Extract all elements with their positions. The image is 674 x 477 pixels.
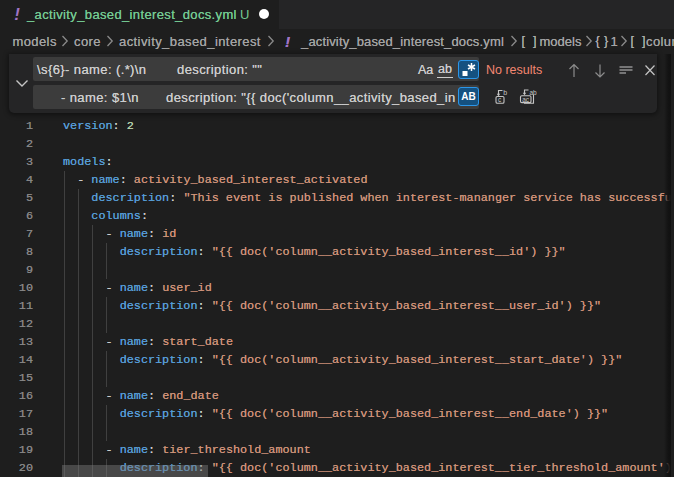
svg-text:c: c <box>498 96 502 103</box>
svg-text:ab: ab <box>530 89 538 96</box>
svg-text:b: b <box>503 89 507 96</box>
svg-text:ac: ac <box>522 96 530 103</box>
